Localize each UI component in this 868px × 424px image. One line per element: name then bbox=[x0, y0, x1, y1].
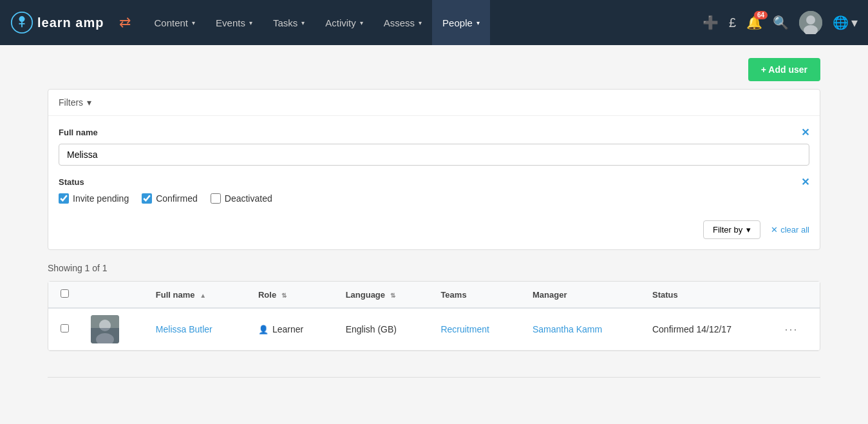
nav-tasks[interactable]: Tasks ▾ bbox=[263, 0, 315, 45]
table-body: Melissa Butler 👤 Learner English (GB) Re… bbox=[48, 308, 820, 351]
status-value: Confirmed 14/12/17 bbox=[652, 324, 731, 334]
nav-right: ➕ £ 🔔 64 🔍 🌐 ▾ bbox=[703, 11, 858, 34]
invite-pending-checkbox[interactable] bbox=[59, 193, 69, 204]
role-value: Learner bbox=[272, 324, 303, 334]
fullname-label: Full name ✕ bbox=[59, 126, 809, 139]
filter-by-caret-icon: ▾ bbox=[746, 225, 751, 235]
brand-logo-icon bbox=[10, 11, 33, 34]
fullname-sort-icon: ▲ bbox=[200, 292, 206, 299]
fullname-clear-button[interactable]: ✕ bbox=[801, 126, 809, 139]
footer-divider bbox=[48, 377, 820, 378]
role-header[interactable]: Role ⇅ bbox=[248, 282, 335, 308]
user-name-link[interactable]: Melissa Butler bbox=[156, 324, 212, 334]
top-bar: + Add user bbox=[48, 58, 820, 81]
teams-header: Teams bbox=[430, 282, 522, 308]
filters-panel: Filters ▾ Full name ✕ Status ✕ bbox=[48, 89, 820, 250]
status-header: Status bbox=[642, 282, 775, 308]
add-user-button[interactable]: + Add user bbox=[748, 58, 820, 81]
row-actions-cell: ··· bbox=[775, 308, 820, 351]
filters-caret-icon: ▾ bbox=[87, 97, 91, 108]
language-sort-icon: ⇅ bbox=[390, 292, 395, 299]
role-sort-icon: ⇅ bbox=[281, 292, 287, 299]
language-value: English (GB) bbox=[346, 324, 397, 334]
filter-actions: Filter by ▾ ✕ clear all bbox=[59, 214, 809, 239]
main-content: + Add user Filters ▾ Full name ✕ Status … bbox=[35, 45, 833, 390]
caret-icon: ▾ bbox=[249, 19, 252, 26]
status-invite-pending[interactable]: Invite pending bbox=[59, 193, 129, 204]
manager-link[interactable]: Samantha Kamm bbox=[533, 324, 602, 334]
shuffle-icon[interactable]: ⇄ bbox=[119, 14, 131, 31]
clear-x-icon: ✕ bbox=[771, 225, 778, 235]
row-role-cell: 👤 Learner bbox=[248, 308, 335, 351]
globe-caret-icon: ▾ bbox=[851, 15, 858, 30]
fullname-filter: Full name ✕ bbox=[59, 126, 809, 166]
row-status-cell: Confirmed 14/12/17 bbox=[642, 308, 775, 351]
svg-point-1 bbox=[19, 16, 25, 22]
row-checkbox[interactable] bbox=[61, 324, 69, 332]
confirmed-checkbox[interactable] bbox=[142, 193, 152, 204]
fullname-input[interactable] bbox=[59, 144, 809, 166]
row-actions-button[interactable]: ··· bbox=[785, 323, 798, 336]
nav-people[interactable]: People ▾ bbox=[432, 0, 490, 45]
nav-assess[interactable]: Assess ▾ bbox=[373, 0, 432, 45]
filters-header[interactable]: Filters ▾ bbox=[48, 90, 820, 116]
avatar-header bbox=[80, 282, 146, 308]
filters-label: Filters bbox=[59, 97, 83, 108]
filters-body: Full name ✕ Status ✕ Invite pending bbox=[48, 116, 820, 249]
svg-rect-10 bbox=[91, 328, 119, 343]
row-language-cell: English (GB) bbox=[335, 308, 431, 351]
language-header[interactable]: Language ⇅ bbox=[335, 282, 431, 308]
row-checkbox-cell bbox=[48, 308, 80, 351]
nav-activity[interactable]: Activity ▾ bbox=[315, 0, 373, 45]
team-link[interactable]: Recruitment bbox=[440, 324, 489, 334]
globe-button[interactable]: 🌐 ▾ bbox=[833, 15, 858, 30]
status-clear-button[interactable]: ✕ bbox=[801, 176, 809, 188]
actions-header bbox=[775, 282, 820, 308]
showing-count: Showing 1 of 1 bbox=[48, 263, 820, 273]
user-avatar[interactable] bbox=[799, 11, 822, 34]
status-options: Invite pending Confirmed Deactivated bbox=[59, 193, 809, 204]
row-avatar-cell bbox=[80, 308, 146, 351]
manager-header: Manager bbox=[522, 282, 642, 308]
svg-point-5 bbox=[806, 15, 815, 24]
notification-badge: 64 bbox=[754, 11, 768, 19]
caret-icon: ▾ bbox=[360, 19, 363, 26]
caret-icon: ▾ bbox=[301, 19, 305, 26]
status-label: Status ✕ bbox=[59, 176, 809, 188]
status-filter: Status ✕ Invite pending Confirmed bbox=[59, 176, 809, 204]
deactivated-checkbox[interactable] bbox=[211, 193, 221, 204]
caret-icon: ▾ bbox=[476, 19, 480, 26]
nav-events[interactable]: Events ▾ bbox=[205, 0, 263, 45]
users-table: Full name ▲ Role ⇅ Language ⇅ Teams bbox=[48, 282, 820, 351]
user-avatar-image bbox=[91, 315, 119, 343]
search-button[interactable]: 🔍 bbox=[773, 15, 789, 30]
select-all-header bbox=[48, 282, 80, 308]
row-manager-cell: Samantha Kamm bbox=[522, 308, 642, 351]
add-button[interactable]: ➕ bbox=[703, 15, 719, 30]
nav-content[interactable]: Content ▾ bbox=[144, 0, 205, 45]
currency-icon[interactable]: £ bbox=[729, 15, 736, 30]
select-all-checkbox[interactable] bbox=[61, 289, 69, 298]
clear-all-button[interactable]: ✕ clear all bbox=[771, 225, 809, 235]
caret-icon: ▾ bbox=[419, 19, 422, 26]
role-icon: 👤 bbox=[258, 325, 269, 334]
row-name-cell: Melissa Butler bbox=[146, 308, 248, 351]
notifications-button[interactable]: 🔔 64 bbox=[746, 15, 762, 30]
caret-icon: ▾ bbox=[192, 19, 195, 26]
brand[interactable]: learn amp bbox=[10, 11, 104, 34]
filter-by-button[interactable]: Filter by ▾ bbox=[703, 220, 760, 239]
brand-name: learn amp bbox=[37, 15, 104, 30]
status-confirmed[interactable]: Confirmed bbox=[142, 193, 198, 204]
navbar: learn amp ⇄ Content ▾ Events ▾ Tasks ▾ A… bbox=[0, 0, 868, 45]
table-header: Full name ▲ Role ⇅ Language ⇅ Teams bbox=[48, 282, 820, 308]
status-deactivated[interactable]: Deactivated bbox=[211, 193, 272, 204]
row-team-cell: Recruitment bbox=[430, 308, 522, 351]
table-row: Melissa Butler 👤 Learner English (GB) Re… bbox=[48, 308, 820, 351]
users-table-container: Full name ▲ Role ⇅ Language ⇅ Teams bbox=[48, 281, 820, 351]
fullname-header[interactable]: Full name ▲ bbox=[146, 282, 248, 308]
nav-links: Content ▾ Events ▾ Tasks ▾ Activity ▾ As… bbox=[144, 0, 702, 45]
